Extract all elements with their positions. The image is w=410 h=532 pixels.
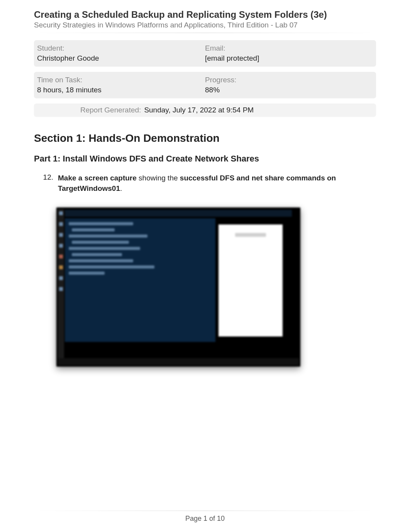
report-generated-row: Report Generated: Sunday, July 17, 2022 … <box>34 104 376 117</box>
instruction-list: 12. Make a screen capture showing the su… <box>42 173 376 194</box>
section-title: Section 1: Hands-On Demonstration <box>34 132 376 144</box>
instruction-mid: showing the <box>137 174 180 182</box>
student-value: Christopher Goode <box>37 54 205 63</box>
powershell-window <box>65 218 215 342</box>
ps-output-line <box>69 222 133 225</box>
sidebar-icon <box>59 255 63 258</box>
ps-output-line <box>72 241 129 244</box>
time-column: Time on Task: 8 hours, 18 minutes <box>37 76 205 94</box>
document-subtitle: Security Strategies in Windows Platforms… <box>34 21 376 29</box>
instruction-item-12: 12. Make a screen capture showing the su… <box>42 173 376 194</box>
email-column: Email: [email protected] <box>205 44 373 63</box>
windows-sidebar <box>58 209 64 364</box>
footer-divider <box>34 510 376 511</box>
ps-output-line <box>69 247 140 250</box>
report-generated-value: Sunday, July 17, 2022 at 9:54 PM <box>144 106 254 114</box>
sidebar-icon <box>59 287 63 291</box>
ps-output-line <box>72 228 115 231</box>
document-title: Creating a Scheduled Backup and Replicat… <box>34 9 376 20</box>
instruction-bold-1: Make a screen capture <box>58 174 137 182</box>
email-label: Email: <box>205 44 373 53</box>
sidebar-icon <box>59 211 63 215</box>
page-footer: Page 1 of 10 <box>0 515 410 523</box>
progress-info-block: Time on Task: 8 hours, 18 minutes Progre… <box>34 72 376 98</box>
right-panel <box>219 224 283 337</box>
student-label: Student: <box>37 44 205 53</box>
screenshot-figure <box>56 207 300 367</box>
email-value: [email protected] <box>205 54 373 63</box>
page-container: Creating a Scheduled Backup and Replicat… <box>0 0 410 367</box>
time-label: Time on Task: <box>37 76 205 84</box>
sidebar-icon <box>59 244 63 248</box>
instruction-number: 12. <box>42 173 53 182</box>
progress-value: 88% <box>205 86 373 94</box>
ps-output-line <box>69 259 133 262</box>
time-value: 8 hours, 18 minutes <box>37 86 205 94</box>
progress-column: Progress: 88% <box>205 76 373 94</box>
report-generated-label: Report Generated: <box>80 106 141 114</box>
ps-output-line <box>69 265 154 269</box>
ps-output-line <box>72 253 122 256</box>
progress-label: Progress: <box>205 76 373 84</box>
panel-item <box>235 233 266 237</box>
part-title: Part 1: Install Windows DFS and Create N… <box>34 154 376 164</box>
ps-output-line <box>69 235 147 238</box>
student-info-block: Student: Christopher Goode Email: [email… <box>34 40 376 66</box>
student-column: Student: Christopher Goode <box>37 44 205 63</box>
window-titlebar <box>65 210 292 217</box>
sidebar-icon <box>59 233 63 237</box>
header-divider <box>34 32 376 33</box>
sidebar-icon <box>59 265 63 269</box>
instruction-text: Make a screen capture showing the succes… <box>58 173 376 194</box>
sidebar-icon <box>59 276 63 280</box>
instruction-end: . <box>120 184 122 192</box>
sidebar-icon <box>59 222 63 226</box>
windows-taskbar <box>58 358 299 365</box>
ps-output-line <box>69 272 105 275</box>
